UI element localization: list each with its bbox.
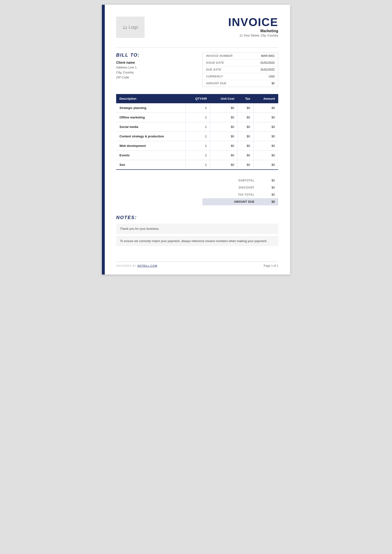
totals-table: SUBTOTAL $0 DISCOUNT $0 TAX TOTAL $0 AMO… [203,177,278,205]
row-unit-cost: $0 [210,103,238,113]
row-qty: 1 [186,122,210,132]
row-description: Social media [116,122,186,132]
table-row: Seo 1 $0 $0 $0 [116,160,278,170]
row-amount: $0 [254,151,278,160]
address-line2: City, Country [116,70,195,75]
bill-to: BILL TO: Client name Address Line 1 City… [116,52,203,87]
table-row: Social media 1 $0 $0 $0 [116,122,278,132]
invoice-number-value: MAR-0001 [249,53,278,59]
amount-due-total-row: AMOUNT DUE $0 [203,198,278,205]
client-address: Address Line 1 City, Country ZIP Code [116,65,195,80]
row-description: Events [116,151,186,160]
footer: DESIGNED BY ANTBILL.COM Page 1 of 1 [116,262,278,267]
row-description: Web development [116,141,186,151]
notes-title: NOTES: [116,215,278,220]
row-unit-cost: $0 [210,113,238,122]
row-tax: $0 [238,132,254,141]
subtotal-row: SUBTOTAL $0 [203,177,278,184]
row-amount: $0 [254,113,278,122]
row-amount: $0 [254,103,278,113]
bill-section: BILL TO: Client name Address Line 1 City… [116,52,278,87]
address-line3: ZIP Code [116,75,195,80]
bill-to-title: BILL TO: [116,52,195,58]
row-unit-cost: $0 [210,132,238,141]
logo-box: 🗂 Logo [116,17,145,38]
tax-total-row: TAX TOTAL $0 [203,191,278,198]
due-date-value: 31/01/2022 [249,66,278,73]
discount-row: DISCOUNT $0 [203,184,278,191]
currency-row: CURRENCY USD [203,73,278,80]
note1: Thank you for your business. [116,224,278,234]
logo-text: Logo [129,25,138,30]
col-qty: QTY/HR [186,94,210,103]
row-amount: $0 [254,160,278,170]
table-row: Events 1 $0 $0 $0 [116,151,278,160]
note2: To ensure we correctly match your paymen… [116,236,278,246]
antbill-link[interactable]: ANTBILL.COM [137,264,157,267]
row-amount: $0 [254,132,278,141]
amount-due-header-label: AMOUNT DUE [203,80,249,87]
table-row: Web development 1 $0 $0 $0 [116,141,278,151]
row-unit-cost: $0 [210,151,238,160]
row-amount: $0 [254,122,278,132]
currency-value: USD [249,73,278,80]
footer-page: Page 1 of 1 [264,264,278,267]
address-line1: Address Line 1 [116,65,195,70]
amount-due-total-label: AMOUNT DUE [203,198,258,205]
row-tax: $0 [238,122,254,132]
col-unit-cost: Unit Cost [210,94,238,103]
amount-due-header-value: $0 [249,80,278,87]
row-unit-cost: $0 [210,122,238,132]
due-date-label: DUE DATE [203,66,249,73]
header: 🗂 Logo INVOICE Marketing 11 Your Street,… [116,17,278,38]
row-amount: $0 [254,141,278,151]
row-qty: 1 [186,113,210,122]
issue-date-label: ISSUE DATE [203,59,249,66]
col-tax: Tax [238,94,254,103]
table-row: Content strategy & production 1 $0 $0 $0 [116,132,278,141]
tax-total-value: $0 [258,191,278,198]
company-name: Marketing [228,29,278,33]
col-description: Description [116,94,186,103]
amount-due-total-value: $0 [258,198,278,205]
invoice-details: INVOICE NUMBER MAR-0001 ISSUE DATE 01/01… [203,52,278,87]
currency-label: CURRENCY [203,73,249,80]
row-qty: 1 [186,141,210,151]
row-description: Seo [116,160,186,170]
invoice-number-row: INVOICE NUMBER MAR-0001 [203,53,278,59]
row-qty: 1 [186,103,210,113]
logo-icon: 🗂 [123,25,127,30]
col-amount: Amount [254,94,278,103]
row-tax: $0 [238,103,254,113]
invoice-page: 🗂 Logo INVOICE Marketing 11 Your Street,… [102,5,290,275]
row-unit-cost: $0 [210,160,238,170]
company-address: 11 Your Street, City, Country [228,34,278,37]
row-description: Strategic planning [116,103,186,113]
discount-value: $0 [258,184,278,191]
row-qty: 1 [186,132,210,141]
issue-date-value: 01/01/2022 [249,59,278,66]
designed-by-text: DESIGNED BY [116,264,137,267]
issue-date-row: ISSUE DATE 01/01/2022 [203,59,278,66]
row-tax: $0 [238,151,254,160]
row-qty: 1 [186,160,210,170]
invoice-title: INVOICE [228,17,278,28]
row-description: Content strategy & production [116,132,186,141]
row-unit-cost: $0 [210,141,238,151]
client-name: Client name [116,61,195,64]
left-accent-bar [102,5,105,275]
due-date-row: DUE DATE 31/01/2022 [203,66,278,73]
table-row: Offline marketing 1 $0 $0 $0 [116,113,278,122]
row-qty: 1 [186,151,210,160]
totals-section: SUBTOTAL $0 DISCOUNT $0 TAX TOTAL $0 AMO… [116,177,278,205]
notes-section: NOTES: Thank you for your business. To e… [116,215,278,246]
items-table: Description QTY/HR Unit Cost Tax Amount … [116,94,278,170]
row-tax: $0 [238,160,254,170]
table-header-row: Description QTY/HR Unit Cost Tax Amount [116,94,278,103]
invoice-number-label: INVOICE NUMBER [203,53,249,59]
row-tax: $0 [238,141,254,151]
footer-designed-by: DESIGNED BY ANTBILL.COM [116,264,157,267]
subtotal-label: SUBTOTAL [203,177,258,184]
amount-due-header-row: AMOUNT DUE $0 [203,80,278,87]
invoice-header-right: INVOICE Marketing 11 Your Street, City, … [228,17,278,37]
